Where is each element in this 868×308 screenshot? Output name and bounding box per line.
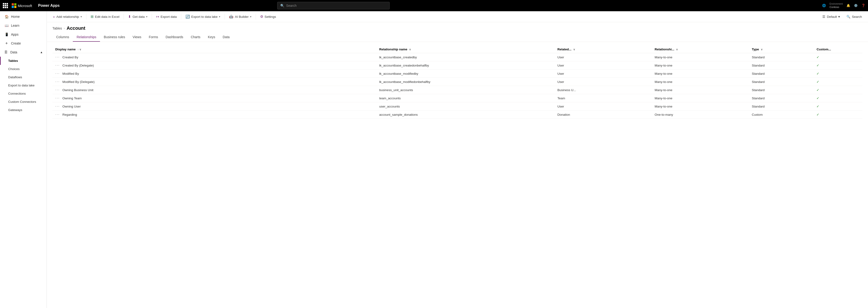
row-more-icon[interactable]: ···: [55, 113, 60, 116]
check-icon: ✓: [816, 80, 819, 84]
cell-relname: lk_accountbase_createdonbehalfby: [376, 61, 555, 69]
settings-button[interactable]: ⚙ Settings: [258, 13, 278, 20]
get-data-caret-icon: ▾: [146, 15, 148, 18]
sidebar-item-customconnectors[interactable]: Custom Connectors: [0, 98, 46, 106]
cell-relname: account_sample_donations: [376, 111, 555, 119]
sidebar-item-learn[interactable]: 📖 Learn: [0, 21, 46, 30]
sidebar-item-connections[interactable]: Connections: [0, 90, 46, 98]
col-header-type[interactable]: Type ∨: [749, 46, 814, 53]
sidebar-label-customconnectors: Custom Connectors: [8, 100, 36, 103]
table-row: ··· Owning Team team_accounts Team Many-…: [53, 94, 862, 102]
sidebar-item-home[interactable]: 🏠 Home: [0, 12, 46, 21]
settings-gear-icon: ⚙: [260, 14, 263, 19]
toolbar-divider-6: [256, 14, 256, 20]
cell-custom: ✓: [814, 78, 862, 86]
add-relationship-label: Add relationship: [56, 15, 79, 19]
settings-label: Settings: [265, 15, 276, 19]
col-header-relname[interactable]: Relationship name ∨: [376, 46, 555, 53]
cell-related: User: [555, 78, 652, 86]
global-search-bar[interactable]: 🔍: [277, 2, 390, 9]
sidebar-label-apps: Apps: [11, 33, 19, 36]
export-data-button[interactable]: ↦ Export data: [154, 13, 179, 20]
tab-views[interactable]: Views: [129, 33, 145, 42]
tab-columns[interactable]: Columns: [53, 33, 73, 42]
ai-builder-button[interactable]: 🤖 AI Builder ▾: [227, 13, 254, 20]
sidebar-item-export[interactable]: Export to data lake: [0, 81, 46, 90]
row-more-icon[interactable]: ···: [55, 71, 60, 75]
row-more-icon[interactable]: ···: [55, 104, 60, 108]
toolbar: + Add relationship ▾ ⊞ Edit data in Exce…: [47, 11, 868, 22]
sidebar-label-home: Home: [11, 15, 20, 19]
row-more-icon[interactable]: ···: [55, 80, 60, 84]
add-relationship-button[interactable]: + Add relationship ▾: [51, 13, 84, 20]
sidebar-item-gateways[interactable]: Gateways: [0, 106, 46, 114]
sidebar-item-data[interactable]: 🗄 Data ▲: [0, 48, 46, 57]
sidebar-item-tables[interactable]: Tables: [0, 57, 46, 65]
cell-type: Standard: [749, 69, 814, 78]
settings-icon-button[interactable]: ⚙️: [854, 4, 858, 7]
add-relationship-icon: +: [53, 15, 55, 19]
sidebar-item-apps[interactable]: 📱 Apps: [0, 30, 46, 39]
cell-relname: business_unit_accounts: [376, 86, 555, 94]
row-more-icon[interactable]: ···: [55, 55, 60, 59]
tab-charts[interactable]: Charts: [187, 33, 204, 42]
bell-icon-button[interactable]: 🔔: [846, 4, 850, 7]
tab-forms[interactable]: Forms: [145, 33, 162, 42]
cell-related: User: [555, 61, 652, 69]
table-row: ··· Created By (Delegate) lk_accountbase…: [53, 61, 862, 69]
globe-icon-button[interactable]: 🌐: [822, 4, 826, 7]
cell-relname: user_accounts: [376, 102, 555, 111]
tab-business-rules[interactable]: Business rules: [100, 33, 129, 42]
ai-builder-caret-icon: ▾: [250, 15, 251, 18]
sidebar-item-choices[interactable]: Choices: [0, 65, 46, 73]
cell-displayname: ··· Owning User: [53, 102, 376, 111]
microsoft-logo: Microsoft: [12, 3, 32, 8]
sidebar-label-connections: Connections: [8, 92, 26, 95]
cell-relname: team_accounts: [376, 94, 555, 102]
global-search-input[interactable]: [286, 4, 386, 7]
row-more-icon[interactable]: ···: [55, 96, 60, 100]
cell-custom: ✓: [814, 111, 862, 119]
toolbar-divider-3: [152, 14, 152, 20]
tab-relationships[interactable]: Relationships: [73, 33, 100, 42]
edit-data-excel-button[interactable]: ⊞ Edit data in Excel: [88, 13, 122, 20]
toolbar-divider-2: [124, 14, 124, 20]
default-caret-icon: ▾: [838, 15, 840, 19]
breadcrumb-parent[interactable]: Tables: [53, 27, 62, 30]
main-content: + Add relationship ▾ ⊞ Edit data in Exce…: [47, 11, 868, 308]
sidebar: 🏠 Home 📖 Learn 📱 Apps + Create 🗄 Data ▲ …: [0, 11, 47, 308]
export-to-lake-button[interactable]: 🔄 Export to data lake ▾: [183, 13, 223, 20]
col-header-reltype[interactable]: Relationshi... ∨: [652, 46, 749, 53]
row-more-icon[interactable]: ···: [55, 63, 60, 67]
cell-displayname: ··· Created By (Delegate): [53, 61, 376, 69]
cell-displayname: ··· Owning Team: [53, 94, 376, 102]
cell-reltype: Many-to-one: [652, 78, 749, 86]
add-relationship-caret-icon: ▾: [81, 15, 82, 18]
sidebar-item-dataflows[interactable]: Dataflows: [0, 73, 46, 81]
tab-data[interactable]: Data: [219, 33, 234, 42]
col-header-displayname[interactable]: Display name ↑ ∨: [53, 46, 376, 53]
default-label: Default: [827, 15, 837, 19]
sidebar-item-create[interactable]: + Create: [0, 39, 46, 48]
row-more-icon[interactable]: ···: [55, 88, 60, 92]
data-icon: 🗄: [4, 50, 8, 54]
tab-dashboards[interactable]: Dashboards: [162, 33, 187, 42]
col-header-related[interactable]: Related... ∨: [555, 46, 652, 53]
waffle-menu-button[interactable]: [3, 3, 8, 8]
cell-type: Standard: [749, 102, 814, 111]
get-data-button[interactable]: ⬇ Get data ▾: [126, 13, 150, 20]
table-row: ··· Owning Business Unit business_unit_a…: [53, 86, 862, 94]
tab-keys[interactable]: Keys: [204, 33, 219, 42]
cell-type: Standard: [749, 53, 814, 61]
export-lake-icon: 🔄: [185, 14, 190, 19]
toolbar-divider-5: [224, 14, 225, 20]
default-button[interactable]: ☰ Default ▾: [820, 13, 842, 20]
cell-displayname: ··· Owning Business Unit: [53, 86, 376, 94]
cell-custom: ✓: [814, 61, 862, 69]
toolbar-search-button[interactable]: 🔍 Search: [844, 13, 864, 20]
excel-icon: ⊞: [91, 14, 94, 19]
table-row: ··· Created By lk_accountbase_createdby …: [53, 53, 862, 61]
home-icon: 🏠: [4, 14, 9, 19]
help-icon-button[interactable]: ❓: [862, 4, 865, 7]
table-row: ··· Modified By (Delegate) lk_accountbas…: [53, 78, 862, 86]
